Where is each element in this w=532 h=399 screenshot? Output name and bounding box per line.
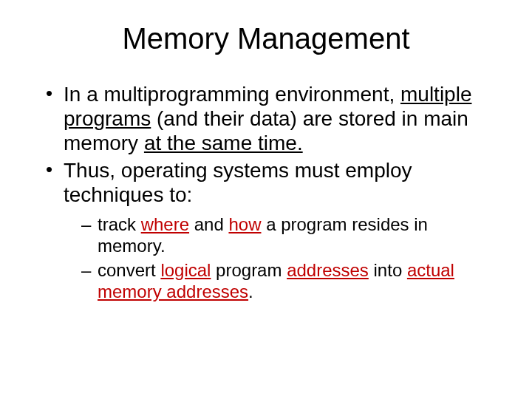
- logical-text: logical: [160, 260, 211, 280]
- text: program: [211, 260, 287, 280]
- sub-bullet-2: convert logical program addresses into a…: [81, 260, 494, 303]
- text: convert: [98, 260, 160, 280]
- sub-bullet-list: track where and how a program resides in…: [64, 214, 494, 302]
- slide: Memory Management In a multiprogramming …: [0, 0, 532, 399]
- text: into: [369, 260, 407, 280]
- how-text: how: [228, 214, 261, 234]
- text: and: [189, 214, 228, 234]
- sub-bullet-1: track where and how a program resides in…: [81, 214, 494, 257]
- addresses-text: addresses: [287, 260, 369, 280]
- bullet-1: In a multiprogramming environment, multi…: [46, 82, 494, 155]
- underline-text: at the same time.: [144, 132, 303, 154]
- bullet-list: In a multiprogramming environment, multi…: [30, 82, 502, 302]
- text: In a multiprogramming environment,: [64, 83, 400, 106]
- bullet-2: Thus, operating systems must employ tech…: [46, 158, 494, 302]
- text: Thus, operating systems must employ tech…: [64, 159, 412, 206]
- slide-title: Memory Management: [30, 22, 502, 55]
- text: track: [98, 214, 141, 234]
- text: .: [248, 282, 253, 301]
- where-text: where: [141, 214, 189, 234]
